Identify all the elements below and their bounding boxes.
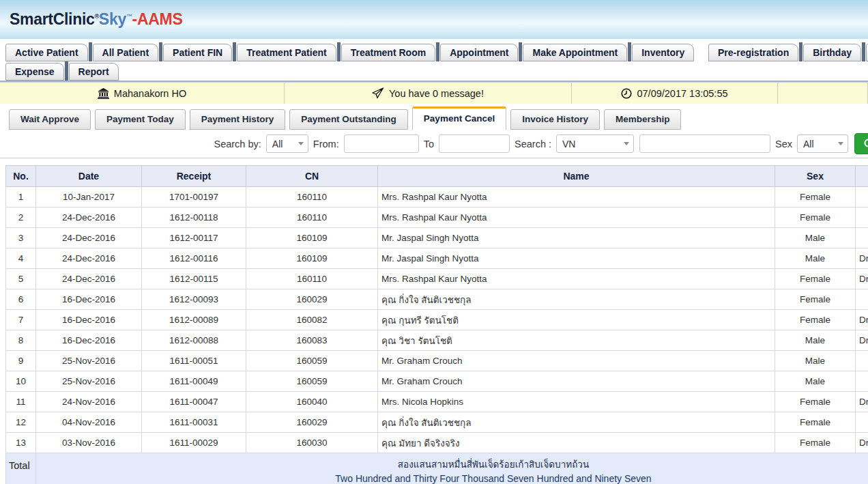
table-row[interactable]: 1124-Nov-20161611-00047160040Mrs. Nicola… <box>6 392 868 412</box>
cell-cn: 160109 <box>246 248 378 269</box>
table-row[interactable]: 925-Nov-20161611-00051160059Mr. Graham C… <box>6 351 868 371</box>
cell-doctor <box>856 228 868 248</box>
cell-doctor: Dr. <box>856 248 868 269</box>
tab-payment-cancel[interactable]: Payment Cancel <box>412 106 506 130</box>
cell-no: 13 <box>6 433 36 453</box>
cell-date: 24-Nov-2016 <box>36 392 142 412</box>
tab-separator <box>519 42 522 61</box>
tab-payment-today[interactable]: Payment Today <box>95 109 186 130</box>
cell-name: คุณ วิชา รัตนโชติ <box>378 330 775 351</box>
tab-expense[interactable]: Expense <box>5 63 64 81</box>
cell-receipt: 1612-00117 <box>142 228 246 248</box>
cell-doctor: Dr. <box>856 310 868 330</box>
cell-name: Mrs. Nicola Hopkins <box>378 392 775 412</box>
search-text-input[interactable] <box>639 134 770 153</box>
cell-cn: 160059 <box>246 351 378 371</box>
cell-sex: Female <box>775 269 856 289</box>
tab-treatment-patient[interactable]: Treatment Patient <box>237 44 336 61</box>
chevron-down-icon <box>838 142 843 145</box>
tab-payment-outstanding[interactable]: Payment Outstanding <box>289 109 408 130</box>
table-row[interactable]: 816-Dec-20161612-00088160083คุณ วิชา รัต… <box>6 330 868 351</box>
total-amount-thai: สองแสนสามหมื่นสี่พันเจ็ดร้อยเก้าสิบเจ็ดบ… <box>36 453 868 472</box>
table-row[interactable]: 110-Jan-20171701-00197160110Mrs. Rashpal… <box>6 187 868 208</box>
search-by-select[interactable]: All <box>266 134 308 153</box>
column-header-doctor <box>856 166 868 187</box>
cell-receipt: 1611-00049 <box>142 371 246 392</box>
tab-separator <box>862 42 865 61</box>
status-info-bar: Mahanakorn HO You have 0 message! 07/09/… <box>0 82 868 104</box>
top-banner: SmartClinic®Sky™-AAMS <box>0 0 868 39</box>
cell-sex: Male <box>775 248 856 269</box>
search-type-select[interactable]: VN <box>556 134 634 153</box>
logo-trademark: ™ <box>126 13 132 20</box>
cell-receipt: 1612-00115 <box>142 269 246 289</box>
tab-separator <box>337 42 341 61</box>
table-row[interactable]: 224-Dec-20161612-00118160110Mrs. Rashpal… <box>6 208 868 228</box>
cell-name: คุณ มัทยา ดีจริงจริง <box>378 433 775 453</box>
main-tab-bar: Active PatientAll PatientPatient FINTrea… <box>0 39 868 82</box>
table-row[interactable]: 324-Dec-20161612-00117160109Mr. Jaspal S… <box>6 228 868 248</box>
cell-no: 4 <box>6 248 36 269</box>
cell-no: 9 <box>6 351 36 371</box>
cell-receipt: 1611-00029 <box>142 433 246 453</box>
cell-doctor <box>856 289 868 310</box>
cell-date: 24-Dec-2016 <box>36 228 142 248</box>
total-amount-cell: สองแสนสามหมื่นสี่พันเจ็ดร้อยเก้าสิบเจ็ดบ… <box>36 453 868 484</box>
tab-patient-fin[interactable]: Patient FIN <box>163 44 232 61</box>
table-row[interactable]: 716-Dec-20161612-00089160082คุณ กุนทรี ร… <box>6 310 868 330</box>
table-row[interactable]: 1204-Nov-20161611-00031160029คุณ กิ่งใจ … <box>6 412 868 433</box>
tab-active-patient[interactable]: Active Patient <box>5 44 88 61</box>
tab-report[interactable]: Report <box>69 63 119 81</box>
cell-sex: Female <box>775 208 856 228</box>
cell-date: 24-Dec-2016 <box>36 269 142 289</box>
search-button[interactable] <box>854 133 868 154</box>
from-label: From: <box>313 139 339 150</box>
tab-membership[interactable]: Membership <box>604 109 682 130</box>
branch-cell: Mahanakorn HO <box>0 83 285 104</box>
cell-doctor <box>856 187 868 208</box>
table-row[interactable]: 524-Dec-20161612-00115160110Mrs. Rashpal… <box>6 269 868 289</box>
tab-make-appointment[interactable]: Make Appointment <box>523 44 627 61</box>
from-date-input[interactable] <box>344 134 419 153</box>
tab-birthday[interactable]: Birthday <box>803 44 861 61</box>
cell-cn: 160109 <box>246 228 378 248</box>
main-tab-row-1: Active PatientAll PatientPatient FINTrea… <box>0 42 868 61</box>
cell-cn: 160040 <box>246 392 378 412</box>
table-row[interactable]: 1303-Nov-20161611-00029160030คุณ มัทยา ด… <box>6 433 868 453</box>
cell-doctor <box>856 208 868 228</box>
cell-date: 25-Nov-2016 <box>36 371 142 392</box>
logo-aams: -AAMS <box>132 10 183 28</box>
tab-all-patient[interactable]: All Patient <box>93 44 158 61</box>
cell-sex: Male <box>775 228 856 248</box>
datetime-cell: 07/09/2017 13:05:55 <box>572 83 778 104</box>
cell-no: 8 <box>6 330 36 351</box>
tab-treatment-room[interactable]: Treatment Room <box>341 44 435 61</box>
tab-appointment[interactable]: Appointment <box>440 44 518 61</box>
tab-pre-registration[interactable]: Pre-registration <box>708 44 798 61</box>
to-date-input[interactable] <box>439 134 510 153</box>
table-row[interactable]: 616-Dec-20161612-00093160029คุณ กิ่งใจ ส… <box>6 289 868 310</box>
cell-sex: Female <box>775 392 856 412</box>
logo-sky: Sky <box>99 10 126 28</box>
clock-icon <box>621 88 632 99</box>
table-row[interactable]: 1025-Nov-20161611-00049160059Mr. Graham … <box>6 371 868 392</box>
message-cell[interactable]: You have 0 message! <box>285 83 572 104</box>
tab-wait-approve[interactable]: Wait Approve <box>9 109 91 130</box>
tab-separator <box>233 42 236 61</box>
sex-select[interactable]: All <box>797 134 848 153</box>
cell-name: Mrs. Rashpal Kaur Nyotta <box>378 269 775 289</box>
tab-payment-history[interactable]: Payment History <box>190 109 286 130</box>
tab-invoice-history[interactable]: Invoice History <box>510 109 600 130</box>
table-row[interactable]: 424-Dec-20161612-00116160109Mr. Jaspal S… <box>6 248 868 269</box>
sex-value: All <box>803 139 814 150</box>
cell-cn: 160110 <box>246 187 378 208</box>
cell-cn: 160029 <box>246 289 378 310</box>
sex-label: Sex <box>775 139 792 150</box>
column-header-date: Date <box>36 166 142 187</box>
cell-no: 10 <box>6 371 36 392</box>
tab-separator <box>799 42 802 61</box>
tab-inventory[interactable]: Inventory <box>632 44 694 61</box>
cell-cn: 160030 <box>246 433 378 453</box>
table-header-row: No.DateReceiptCNNameSex <box>6 166 868 187</box>
cell-receipt: 1612-00118 <box>142 208 246 228</box>
